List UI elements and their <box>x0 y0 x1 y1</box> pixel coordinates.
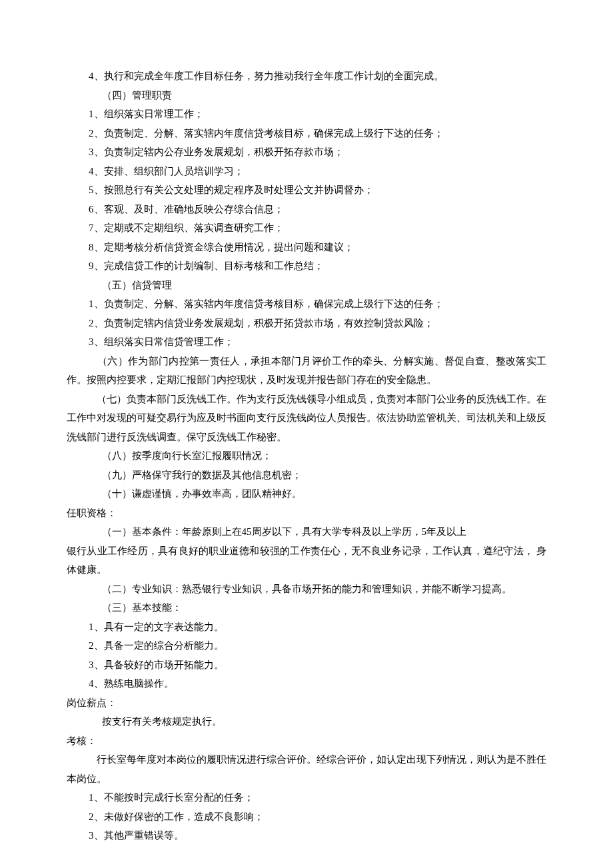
text-line: 岗位在组织内部的工作关系 <box>67 864 546 868</box>
text-line: 考核： <box>67 731 546 751</box>
text-line: 按支行有关考核规定执行。 <box>67 712 546 731</box>
text-line: 4、执行和完成全年度工作目标任务，努力推动我行全年度工作计划的全面完成。 <box>67 67 546 86</box>
text-line: 5、按照总行有关公文处理的规定程序及时处理公文并协调督办； <box>67 181 546 200</box>
text-line: 1、具有一定的文字表达能力。 <box>67 618 546 637</box>
text-line: （二）专业知识：熟悉银行专业知识，具备市场开拓的能力和管理知识，并能不断学习提高… <box>67 580 546 599</box>
text-line: （六）作为部门内控第一责任人，承担本部门月评价工作的牵头、分解实施、督促自查、整… <box>67 352 546 390</box>
text-line: 3、具备较好的市场开拓能力。 <box>67 655 546 675</box>
text-line: 任职资格： <box>67 504 546 523</box>
text-line: 4、安排、组织部门人员培训学习； <box>67 162 546 181</box>
text-line: 行长室每年度对本岗位的履职情况进行综合评价。经综合评价，如认定出现下列情况，则认… <box>67 750 546 788</box>
text-line: （八）按季度向行长室汇报履职情况； <box>67 446 546 466</box>
text-line: 2、负责制定、分解、落实辖内年度信贷考核目标，确保完成上级行下达的任务； <box>67 124 546 143</box>
text-line: 8、定期考核分析信贷资金综合使用情况，提出问题和建议； <box>67 238 546 257</box>
text-line: 银行从业工作经历，具有良好的职业道德和较强的工作责任心，无不良业务记录，工作认真… <box>67 542 546 580</box>
text-line: 3、负责制定辖内公存业务发展规划，积极开拓存款市场； <box>67 143 546 162</box>
text-line: （三）基本技能： <box>67 598 546 618</box>
text-line: 岗位薪点： <box>67 693 546 713</box>
text-line: （七）负责本部门反洗钱工作。作为支行反洗钱领导小组成员，负责对本部门公业务的反洗… <box>67 390 546 447</box>
text-line <box>67 845 546 865</box>
text-line: （五）信贷管理 <box>67 276 546 295</box>
text-line: 2、具备一定的综合分析能力。 <box>67 636 546 655</box>
text-line: 1、组织落实日常理工作； <box>67 105 546 124</box>
text-line: 1、不能按时完成行长室分配的任务； <box>67 788 546 807</box>
text-line: 1、负责制定、分解、落实辖内年度信贷考核目标，确保完成上级行下达的任务； <box>67 294 546 314</box>
text-line: 9、完成信贷工作的计划编制、目标考核和工作总结； <box>67 256 546 276</box>
text-line: 4、熟练电脑操作。 <box>67 674 546 693</box>
text-line: 2、未做好保密的工作，造成不良影响； <box>67 807 546 827</box>
text-line: 3、组织落实日常信贷管理工作； <box>67 332 546 352</box>
text-line: 7、定期或不定期组织、落实调查研究工作； <box>67 218 546 238</box>
text-line: （四）管理职责 <box>67 86 546 105</box>
text-line: （十）谦虚谨慎，办事效率高，团队精神好。 <box>67 484 546 504</box>
document-body: 4、执行和完成全年度工作目标任务，努力推动我行全年度工作计划的全面完成。（四）管… <box>67 67 546 868</box>
text-line: 3、其他严重错误等。 <box>67 826 546 845</box>
text-line: （九）严格保守我行的数据及其他信息机密； <box>67 466 546 485</box>
text-line: 2、负责制定辖内信贷业务发展规划，积极开拓贷款市场，有效控制贷款风险； <box>67 314 546 333</box>
text-line: 6、客观、及时、准确地反映公存综合信息； <box>67 200 546 219</box>
text-line: （一）基本条件：年龄原则上在45周岁以下，具有大学专科及以上学历，5年及以上 <box>67 522 546 542</box>
